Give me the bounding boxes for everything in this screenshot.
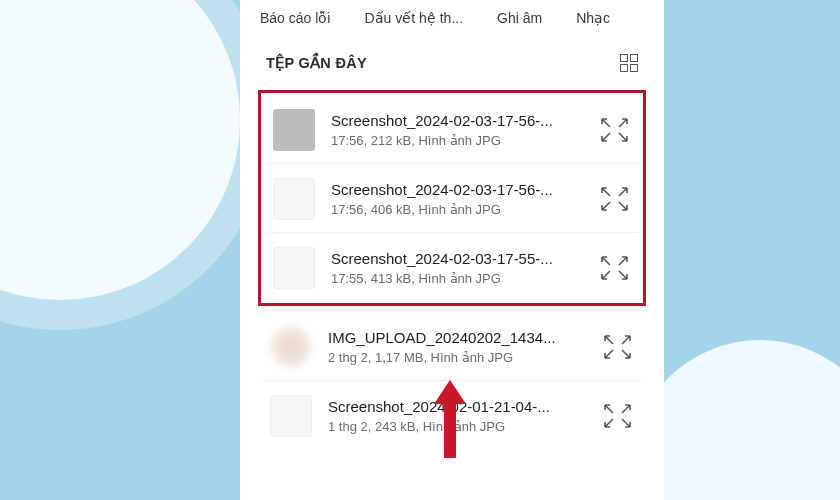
expand-icon[interactable] <box>601 118 631 142</box>
file-thumbnail <box>273 109 315 151</box>
category-tabs: Báo cáo lỗi Dấu vết hệ th... Ghi âm Nhạc <box>240 0 664 36</box>
file-info: IMG_UPLOAD_20240202_1434... 2 thg 2, 1,1… <box>328 329 594 365</box>
file-meta: 17:55, 413 kB, Hình ảnh JPG <box>331 271 591 286</box>
file-name: Screenshot_2024-02-03-17-56-... <box>331 181 591 198</box>
file-meta: 2 thg 2, 1,17 MB, Hình ảnh JPG <box>328 350 594 365</box>
file-meta: 17:56, 406 kB, Hình ảnh JPG <box>331 202 591 217</box>
file-row[interactable]: IMG_UPLOAD_20240202_1434... 2 thg 2, 1,1… <box>262 312 642 381</box>
file-name: IMG_UPLOAD_20240202_1434... <box>328 329 594 346</box>
highlight-annotation: Screenshot_2024-02-03-17-56-... 17:56, 2… <box>258 90 646 306</box>
file-row[interactable]: Screenshot_2024-02-03-17-55-... 17:55, 4… <box>265 233 639 301</box>
file-row[interactable]: Screenshot_2024-02-03-17-56-... 17:56, 2… <box>265 95 639 164</box>
file-meta: 17:56, 212 kB, Hình ảnh JPG <box>331 133 591 148</box>
expand-icon[interactable] <box>604 335 634 359</box>
expand-icon[interactable] <box>604 404 634 428</box>
tab-system-trace[interactable]: Dấu vết hệ th... <box>364 10 463 26</box>
expand-icon[interactable] <box>601 187 631 211</box>
file-info: Screenshot_2024-02-03-17-56-... 17:56, 4… <box>331 181 591 217</box>
file-name: Screenshot_2024-02-03-17-56-... <box>331 112 591 129</box>
tab-recording[interactable]: Ghi âm <box>497 10 542 26</box>
tab-music[interactable]: Nhạc <box>576 10 610 26</box>
file-thumbnail <box>273 247 315 289</box>
file-thumbnail <box>270 395 312 437</box>
grid-view-icon[interactable] <box>620 54 638 72</box>
file-info: Screenshot_2024-02-03-17-56-... 17:56, 2… <box>331 112 591 148</box>
file-thumbnail <box>273 178 315 220</box>
file-name: Screenshot_2024-02-03-17-55-... <box>331 250 591 267</box>
file-thumbnail <box>270 326 312 368</box>
section-header: TỆP GẦN ĐÂY <box>240 36 664 86</box>
annotation-arrow-icon <box>430 380 470 460</box>
section-title: TỆP GẦN ĐÂY <box>266 55 367 71</box>
file-info: Screenshot_2024-02-03-17-55-... 17:55, 4… <box>331 250 591 286</box>
expand-icon[interactable] <box>601 256 631 280</box>
tab-bug-report[interactable]: Báo cáo lỗi <box>260 10 330 26</box>
file-row[interactable]: Screenshot_2024-02-03-17-56-... 17:56, 4… <box>265 164 639 233</box>
bg-decoration-left <box>0 0 240 300</box>
